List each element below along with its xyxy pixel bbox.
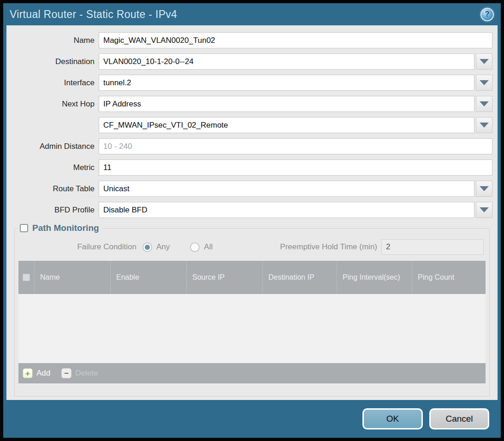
failure-condition-label: Failure Condition xyxy=(18,242,142,252)
delete-minus-icon: − xyxy=(61,368,71,378)
form-row-next-hop-address xyxy=(6,117,498,133)
failure-condition-any-radio[interactable] xyxy=(142,242,152,252)
delete-button-label: Delete xyxy=(75,369,98,378)
form-row-destination: Destination xyxy=(6,53,498,70)
add-button-label: Add xyxy=(36,369,50,378)
help-icon[interactable]: ? xyxy=(480,8,494,21)
dialog-content: Name Destination Interface Next Hop xyxy=(6,25,498,400)
form-row-interface: Interface xyxy=(6,75,498,91)
add-plus-icon: + xyxy=(23,368,33,378)
table-header-enable[interactable]: Enable xyxy=(110,261,186,294)
table-header-ping-interval[interactable]: Ping Interval(sec) xyxy=(337,261,412,294)
interface-input[interactable] xyxy=(99,75,474,91)
cancel-button[interactable]: Cancel xyxy=(429,408,489,429)
table-toolbar: + Add − Delete xyxy=(18,363,486,383)
next-hop-address-input[interactable] xyxy=(99,117,474,133)
chevron-down-icon xyxy=(480,207,489,212)
select-all-checkbox[interactable] xyxy=(23,274,30,281)
dialog-title: Virtual Router - Static Route - IPv4 xyxy=(10,8,177,21)
next-hop-type-dropdown-button[interactable] xyxy=(476,96,492,112)
form-row-route-table: Route Table xyxy=(6,181,498,197)
table-header: Name Enable Source IP Destination IP Pin… xyxy=(18,261,486,294)
path-monitoring-checkbox[interactable] xyxy=(20,224,28,232)
chevron-down-icon xyxy=(480,59,489,64)
dialog-footer: OK Cancel xyxy=(3,400,501,438)
route-table-dropdown-button[interactable] xyxy=(476,181,492,197)
name-label: Name xyxy=(6,36,99,45)
chevron-down-icon xyxy=(480,123,489,128)
failure-condition-any-label: Any xyxy=(156,242,170,252)
table-body-empty xyxy=(18,294,486,363)
path-monitoring-title: Path Monitoring xyxy=(32,223,99,233)
form-row-name: Name xyxy=(6,32,498,48)
table-header-destination-ip[interactable]: Destination IP xyxy=(262,261,337,294)
path-monitoring-legend: Path Monitoring xyxy=(18,223,102,233)
destination-label: Destination xyxy=(6,57,99,66)
delete-button[interactable]: − Delete xyxy=(61,368,98,378)
preemptive-hold-time-label: Preemptive Hold Time (min) xyxy=(280,242,381,252)
destination-input[interactable] xyxy=(99,53,474,70)
route-table-input[interactable] xyxy=(99,181,474,197)
form-row-next-hop: Next Hop xyxy=(6,96,498,112)
bfd-profile-dropdown-button[interactable] xyxy=(476,202,492,218)
name-input[interactable] xyxy=(99,32,492,48)
table-header-name[interactable]: Name xyxy=(34,261,110,294)
interface-label: Interface xyxy=(6,78,99,88)
chevron-down-icon xyxy=(480,186,489,191)
chevron-down-icon xyxy=(480,101,489,106)
form-row-admin-distance: Admin Distance xyxy=(6,138,498,154)
form-row-metric: Metric xyxy=(6,159,498,176)
metric-input[interactable] xyxy=(99,159,492,176)
table-header-select-all xyxy=(18,261,34,294)
form-row-bfd-profile: BFD Profile xyxy=(6,202,498,218)
next-hop-address-dropdown-button[interactable] xyxy=(476,117,492,133)
preemptive-hold-time-input[interactable] xyxy=(381,239,484,255)
table-header-source-ip[interactable]: Source IP xyxy=(186,261,262,294)
destination-dropdown-button[interactable] xyxy=(476,53,492,70)
path-monitoring-table: Name Enable Source IP Destination IP Pin… xyxy=(18,261,486,383)
next-hop-type-input[interactable] xyxy=(99,96,474,112)
path-monitoring-section: Path Monitoring Failure Condition Any Al… xyxy=(14,223,490,396)
bfd-profile-input[interactable] xyxy=(99,202,474,218)
bfd-profile-label: BFD Profile xyxy=(6,206,99,215)
add-button[interactable]: + Add xyxy=(23,368,50,378)
chevron-down-icon xyxy=(480,80,489,85)
static-route-dialog: Virtual Router - Static Route - IPv4 ? N… xyxy=(0,0,504,441)
metric-label: Metric xyxy=(6,163,99,172)
admin-distance-input[interactable] xyxy=(99,138,492,154)
titlebar: Virtual Router - Static Route - IPv4 ? xyxy=(3,3,501,25)
admin-distance-label: Admin Distance xyxy=(6,142,99,151)
ok-button[interactable]: OK xyxy=(362,408,423,429)
next-hop-label: Next Hop xyxy=(6,100,99,109)
interface-dropdown-button[interactable] xyxy=(476,75,492,91)
table-header-ping-count[interactable]: Ping Count xyxy=(412,261,486,294)
failure-condition-row: Failure Condition Any All Preemptive Hol… xyxy=(18,239,486,255)
failure-condition-all-radio[interactable] xyxy=(190,242,200,252)
failure-condition-all-label: All xyxy=(204,242,213,252)
route-table-label: Route Table xyxy=(6,184,99,194)
